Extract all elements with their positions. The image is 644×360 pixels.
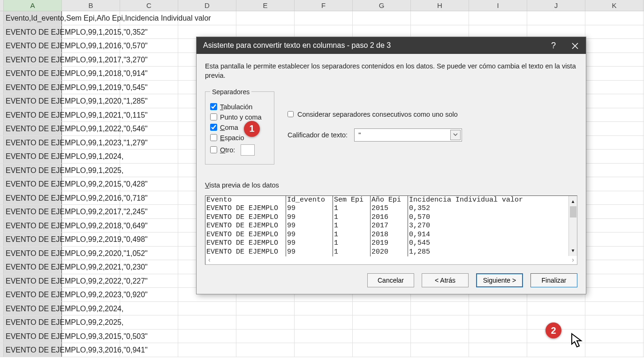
cell-K[interactable] xyxy=(585,315,644,329)
scroll-left-icon[interactable]: ‹ xyxy=(208,256,211,263)
cell-A[interactable]: EVENTO DE EJEMPLO,99,2,2017,"2,245" xyxy=(4,205,62,218)
cell-C[interactable] xyxy=(120,302,178,315)
column-header-D[interactable]: D xyxy=(178,0,236,11)
cell-G[interactable] xyxy=(353,315,411,329)
cell-K[interactable] xyxy=(585,108,644,122)
cell-A[interactable]: EVENTO DE EJEMPLO,99,1,2023,"1,279" xyxy=(4,136,62,150)
cell-K[interactable] xyxy=(585,94,644,108)
cell-K[interactable] xyxy=(585,330,644,343)
cell-F[interactable] xyxy=(295,343,353,357)
qualifier-select[interactable]: " xyxy=(354,128,462,142)
cell-K[interactable] xyxy=(585,260,644,274)
cell-K[interactable] xyxy=(585,302,644,315)
cell-F[interactable] xyxy=(295,11,353,25)
cell-E[interactable] xyxy=(236,315,295,329)
cell-F[interactable] xyxy=(295,330,353,343)
cell-A[interactable]: EVENTO DE EJEMPLO,99,1,2018,"0,914" xyxy=(4,67,62,80)
cell-A[interactable]: EVENTO DE EJEMPLO,99,1,2017,"3,270" xyxy=(4,53,62,67)
cell-A[interactable]: EVENTO DE EJEMPLO,99,2,2018,"0,649" xyxy=(4,219,62,232)
column-header-B[interactable]: B xyxy=(62,0,120,11)
cell-D[interactable] xyxy=(178,315,236,329)
cell-K[interactable] xyxy=(585,177,644,191)
next-button[interactable]: Siguiente > xyxy=(476,273,523,287)
cell-A[interactable]: EVENTO DE EJEMPLO,99,1,2016,"0,570" xyxy=(4,39,62,52)
cell-A[interactable]: EVENTO DE EJEMPLO,99,1,2022,"0,546" xyxy=(4,122,62,135)
cell-K[interactable] xyxy=(585,11,644,25)
preview-hscroll[interactable]: ‹ › xyxy=(205,255,577,264)
cell-K[interactable] xyxy=(585,136,644,150)
cell-D[interactable] xyxy=(178,330,236,343)
checkbox-consecutive[interactable] xyxy=(288,111,294,117)
cell-K[interactable] xyxy=(585,122,644,135)
cell-I[interactable] xyxy=(469,343,527,357)
cell-A[interactable]: EVENTO DE EJEMPLO,99,2,2025, xyxy=(4,315,62,329)
cell-G[interactable] xyxy=(353,11,411,25)
cell-H[interactable] xyxy=(411,302,469,315)
column-header-K[interactable]: K xyxy=(585,0,644,11)
checkbox-other[interactable] xyxy=(210,146,217,153)
cell-A[interactable]: EVENTO DE EJEMPLO,99,2,2022,"0,227" xyxy=(4,274,62,288)
column-header-G[interactable]: G xyxy=(353,0,411,11)
cell-K[interactable] xyxy=(585,232,644,246)
cell-G[interactable] xyxy=(353,302,411,315)
back-button[interactable]: < Atrás xyxy=(422,273,469,287)
cell-I[interactable] xyxy=(469,315,527,329)
scroll-down-icon[interactable]: ▾ xyxy=(571,246,575,255)
column-header-J[interactable]: J xyxy=(527,0,585,11)
cell-K[interactable] xyxy=(585,219,644,232)
cell-A[interactable]: EVENTO DE EJEMPLO,99,1,2015,"0,352" xyxy=(4,25,62,39)
cell-A[interactable]: EVENTO DE EJEMPLO,99,2,2021,"0,230" xyxy=(4,260,62,274)
checkbox-comma[interactable] xyxy=(210,124,217,131)
cell-I[interactable] xyxy=(469,11,527,25)
cell-A[interactable]: EVENTO DE EJEMPLO,99,1,2024, xyxy=(4,150,62,163)
cell-A[interactable]: EVENTO DE EJEMPLO,99,1,2020,"1,285" xyxy=(4,94,62,108)
cell-K[interactable] xyxy=(585,150,644,163)
cell-F[interactable] xyxy=(295,302,353,315)
cell-K[interactable] xyxy=(585,247,644,260)
cell-K[interactable] xyxy=(585,39,644,52)
cell-D[interactable] xyxy=(178,302,236,315)
scroll-right-icon[interactable]: › xyxy=(572,256,574,263)
column-header-F[interactable]: F xyxy=(295,0,353,11)
column-header-I[interactable]: I xyxy=(469,0,527,11)
cell-K[interactable] xyxy=(585,288,644,301)
cell-J[interactable] xyxy=(527,302,585,315)
cell-A[interactable]: EVENTO DE EJEMPLO,99,3,2016,"0,941" xyxy=(4,343,62,357)
close-button[interactable] xyxy=(564,37,586,54)
cell-F[interactable] xyxy=(295,315,353,329)
cell-A[interactable]: EVENTO DE EJEMPLO,99,1,2025, xyxy=(4,164,62,177)
cell-C[interactable] xyxy=(120,164,178,177)
column-header-E[interactable]: E xyxy=(236,0,295,11)
cell-H[interactable] xyxy=(411,315,469,329)
cell-A[interactable]: EVENTO DE EJEMPLO,99,2,2016,"0,718" xyxy=(4,191,62,205)
input-other-delimiter[interactable] xyxy=(241,144,255,156)
scroll-up-icon[interactable]: ▴ xyxy=(571,197,575,206)
cell-H[interactable] xyxy=(411,11,469,25)
cell-I[interactable] xyxy=(469,302,527,315)
preview-vscroll[interactable]: ▴ ▾ xyxy=(568,196,577,256)
cell-K[interactable] xyxy=(585,53,644,67)
cell-K[interactable] xyxy=(585,25,644,39)
cell-H[interactable] xyxy=(411,343,469,357)
cell-C[interactable] xyxy=(120,150,178,163)
cell-A[interactable]: EVENTO DE EJEMPLO,99,3,2015,"0,503" xyxy=(4,330,62,343)
cell-I[interactable] xyxy=(469,330,527,343)
cell-A[interactable]: EVENTO DE EJEMPLO,99,2,2015,"0,428" xyxy=(4,177,62,191)
corner-cell[interactable] xyxy=(0,0,4,11)
cell-A[interactable]: EVENTO DE EJEMPLO,99,1,2021,"0,115" xyxy=(4,108,62,122)
cell-C[interactable] xyxy=(120,315,178,329)
scroll-thumb[interactable] xyxy=(570,206,576,218)
column-header-A[interactable]: A xyxy=(4,0,62,11)
cell-K[interactable] xyxy=(585,191,644,205)
cell-J[interactable] xyxy=(527,11,585,25)
cell-E[interactable] xyxy=(236,343,295,357)
cell-A[interactable]: Evento,Id_evento,Sem Epi,Año Epi,Inciden… xyxy=(4,11,62,25)
cell-G[interactable] xyxy=(353,330,411,343)
cell-H[interactable] xyxy=(411,330,469,343)
cell-A[interactable]: EVENTO DE EJEMPLO,99,1,2019,"0,545" xyxy=(4,81,62,94)
dialog-titlebar[interactable]: Asistente para convertir texto en column… xyxy=(197,37,586,54)
checkbox-space[interactable] xyxy=(210,134,217,141)
checkbox-semicolon[interactable] xyxy=(210,113,217,120)
help-button[interactable]: ? xyxy=(543,37,564,54)
cell-K[interactable] xyxy=(585,164,644,177)
